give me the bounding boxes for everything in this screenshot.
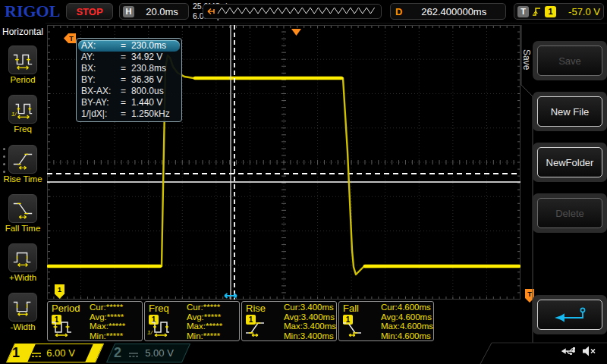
cursor-row-bx[interactable]: BX:=230.8ms — [78, 63, 180, 74]
right-menu-tab-save: Save — [521, 42, 532, 77]
measurement-values: Cur:***** Avg:***** Max:***** Min:***** — [90, 303, 125, 340]
cursor-row-ay[interactable]: AY:=34.92 V — [78, 52, 180, 63]
trigger-box[interactable]: T 1 -57.0 V — [514, 3, 604, 20]
measurement-values: Cur:4.600ms Avg:4.600ms Max:4.600ms Min:… — [381, 303, 433, 340]
measurement-fall[interactable]: Fall 1 Cur:4.600ms Avg:4.600ms Max:4.600… — [338, 301, 434, 341]
trigger-source-badge: 1 — [545, 6, 556, 17]
period-icon — [8, 46, 37, 74]
channel1-endcap — [85, 344, 102, 362]
waveform-memory-preview[interactable] — [203, 4, 382, 19]
trigger-badge: T — [517, 6, 529, 17]
top-status-bar: RIGOL STOP H 20.0ms 25.0MSa/s 6.00M pts … — [0, 0, 607, 24]
channel1-tab[interactable]: 1 6.00 V — [6, 344, 104, 362]
run-stop-indicator[interactable]: STOP — [66, 3, 113, 20]
brand-logo: RIGOL — [5, 2, 60, 21]
cursor-row-ax[interactable]: AX:=230.0ms — [78, 40, 180, 52]
freq-icon: 1/ — [8, 95, 37, 124]
cursor-measurement-panel[interactable]: AX:=230.0ms AY:=34.92 V BX:=230.8ms BY:=… — [76, 38, 182, 122]
dc-coupling-icon — [31, 349, 42, 362]
new-folder-button[interactable]: NewFolder — [537, 147, 602, 177]
measurement-values: Cur:3.400ms Avg:3.400ms Max:3.400ms Min:… — [284, 303, 336, 340]
measurement-rise[interactable]: Rise 1 Cur:3.400ms Avg:3.400ms Max:3.400… — [241, 301, 337, 341]
measurement-period[interactable]: Period 1 Cur:***** Avg:***** Max:***** M… — [47, 301, 143, 341]
measurement-freq[interactable]: Freq 1 1/ Cur:***** Avg:***** Max:***** … — [144, 301, 240, 341]
plus-width-icon — [8, 243, 37, 272]
menu-item-period[interactable]: Period — [0, 46, 46, 84]
menu-item-minus-width[interactable]: -Width — [0, 293, 46, 331]
left-function-menu: Horizontal Period 1/ Freq — [0, 23, 46, 343]
fall-meas-icon — [341, 318, 376, 340]
rising-edge-trigger-icon — [532, 6, 542, 17]
channel1-scale: 6.00 V — [46, 347, 75, 359]
memory-wave-icon — [206, 5, 379, 17]
channel2-number: 2 — [114, 345, 121, 361]
status-icons — [559, 345, 596, 357]
svg-text:1/: 1/ — [147, 329, 153, 336]
measurement-values: Cur:***** Avg:***** Max:***** Min:***** — [187, 303, 222, 340]
period-meas-icon — [50, 318, 85, 340]
timebase-value: 20.0ms — [139, 6, 185, 17]
channel2-tab[interactable]: 2 5.00 V — [106, 344, 190, 362]
oscilloscope-screen: RIGOL STOP H 20.0ms 25.0MSa/s 6.00M pts … — [0, 0, 607, 364]
dc-coupling-icon — [128, 349, 139, 362]
menu-item-fall-time[interactable]: Fall Time — [0, 194, 46, 233]
freq-meas-icon: 1/ — [147, 318, 182, 340]
save-button[interactable]: Save — [537, 46, 602, 76]
left-menu-title: Horizontal — [0, 27, 46, 37]
horizontal-scale-box[interactable]: H 20.0ms — [119, 3, 189, 20]
menu-item-freq[interactable]: 1/ Freq — [0, 95, 46, 133]
svg-text:1/: 1/ — [11, 111, 17, 118]
delay-badge: D — [395, 6, 402, 17]
speaker-muted-icon — [582, 345, 596, 357]
channel1-number: 1 — [12, 345, 20, 361]
menu-item-rise-time[interactable]: Rise Time — [0, 145, 46, 184]
cursor-row-byay[interactable]: BY-AY:=1.440 V — [78, 97, 180, 108]
cursor-row-bxax[interactable]: BX-AX:=800.0us — [78, 86, 180, 97]
return-arrow-icon — [547, 306, 593, 323]
horizontal-badge: H — [123, 6, 134, 17]
back-button[interactable] — [537, 300, 602, 330]
delete-button[interactable]: Delete — [537, 198, 602, 228]
usb-icon — [559, 345, 576, 357]
cursor-row-inv-dx[interactable]: 1/|dX|:=1.250kHz — [78, 108, 180, 120]
trigger-level-value: -57.0 V — [559, 6, 600, 17]
delay-value: 262.400000ms — [407, 6, 501, 17]
delay-box[interactable]: D 262.400000ms — [390, 3, 506, 20]
cursor-row-by[interactable]: BY:=36.36 V — [78, 74, 180, 86]
rise-meas-icon — [244, 318, 279, 340]
pan-left-arrow-icon — [208, 9, 214, 14]
rise-time-icon — [8, 145, 37, 174]
channel2-scale: 5.00 V — [145, 347, 174, 359]
new-file-button[interactable]: New File — [537, 96, 602, 127]
minus-width-icon — [8, 293, 37, 322]
fall-time-icon — [8, 194, 37, 223]
menu-item-plus-width[interactable]: +Width — [0, 243, 46, 282]
